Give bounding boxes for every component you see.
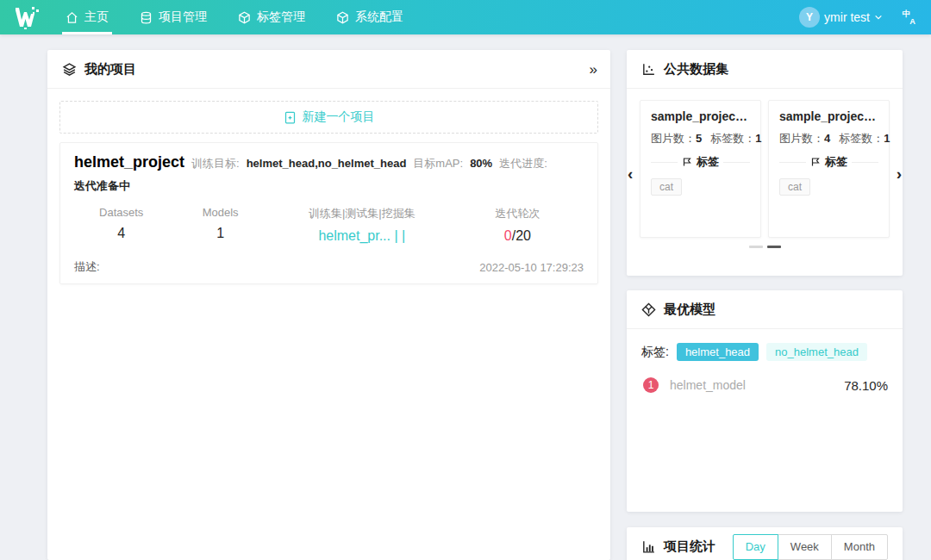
public-datasets-header: 公共数据集 (627, 50, 903, 89)
project-name[interactable]: helmet_project (74, 153, 184, 171)
cube-icon (238, 11, 251, 24)
project-timestamp: 2022-05-10 17:29:23 (479, 261, 584, 274)
carousel-next-icon[interactable]: › (897, 165, 902, 184)
nav-item-label: 项目管理 (159, 9, 207, 25)
my-projects-header: 我的项目 » (47, 50, 610, 89)
bar-chart-icon (641, 539, 656, 554)
layers-icon (62, 62, 77, 77)
project-card-footer: 描述: 2022-05-10 17:29:23 (74, 259, 584, 275)
model-map-value: 78.10% (844, 378, 888, 393)
nav-item-label: 标签管理 (257, 9, 305, 25)
carousel-dot-active[interactable] (767, 246, 781, 248)
public-datasets-body: sample_project_No... 图片数：5 标签数：1 标签 cat … (627, 89, 903, 248)
iteration-total: /20 (512, 228, 531, 243)
stat-value: 0/20 (452, 228, 584, 244)
nav-item-system-config[interactable]: 系统配置 (324, 0, 416, 34)
nav-item-label: 主页 (84, 9, 109, 25)
stat-datasets: Datasets 4 (74, 206, 168, 244)
time-range-selector: Day Week Month (733, 534, 888, 560)
stat-iterations: 迭代轮次 0/20 (452, 206, 584, 244)
iteration-progress-label: 迭代进度: (499, 156, 547, 171)
project-card[interactable]: helmet_project 训练目标: helmet_head,no_helm… (59, 142, 598, 284)
dataset-card[interactable]: sample_project_No... 图片数：4 标签数：1 标签 cat (768, 100, 890, 238)
dot-chart-icon (641, 62, 656, 77)
iteration-progress-value: 迭代准备中 (74, 178, 130, 194)
project-stats-row: Datasets 4 Models 1 训练集|测试集|挖掘集 helmet_p… (74, 206, 584, 244)
carousel-indicator (640, 246, 890, 248)
collapse-panel-button[interactable]: » (590, 62, 596, 77)
target-map-label: 目标mAP: (413, 156, 463, 171)
svg-text:A: A (909, 17, 915, 26)
rank-badge: 1 (643, 377, 659, 393)
carousel-prev-icon[interactable]: ‹ (628, 165, 633, 184)
nav-item-label-management[interactable]: 标签管理 (226, 0, 317, 34)
tag-no-helmet-head[interactable]: no_helmet_head (766, 343, 867, 361)
dataset-card[interactable]: sample_project_No... 图片数：5 标签数：1 标签 cat (640, 100, 761, 238)
top-navbar: 主页 项目管理 标签管理 系统配置 (0, 0, 931, 34)
nav-item-project-management[interactable]: 项目管理 (128, 0, 219, 34)
home-icon (66, 11, 78, 24)
stat-datasets-link: 训练集|测试集|挖掘集 helmet_pr... | | (272, 206, 452, 244)
my-projects-title: 我的项目 (84, 61, 136, 78)
dataset-counts: 图片数：4 标签数：1 (779, 131, 878, 146)
stat-value: 1 (168, 226, 272, 241)
best-models-body: 标签: helmet_head no_helmet_head 1 helmet_… (627, 329, 903, 407)
keyword-count: 标签数：1 (839, 131, 890, 146)
user-menu[interactable]: Y ymir test (799, 7, 883, 28)
stat-label: 训练集|测试集|挖掘集 (272, 206, 452, 221)
iteration-current: 0 (504, 228, 512, 243)
stat-label: 迭代轮次 (452, 206, 584, 221)
image-count: 图片数：4 (779, 131, 830, 146)
tags-divider-label: 标签 (825, 154, 847, 170)
dataset-cards: sample_project_No... 图片数：5 标签数：1 标签 cat … (640, 100, 890, 238)
tag-helmet-head[interactable]: helmet_head (677, 343, 759, 361)
stat-label: Datasets (74, 206, 168, 219)
nav-menu: 主页 项目管理 标签管理 系统配置 (53, 0, 422, 34)
navbar-right: Y ymir test 中 A (799, 7, 931, 28)
carousel-dot[interactable] (749, 246, 763, 248)
stat-label: Models (168, 206, 272, 219)
dataset-counts: 图片数：5 标签数：1 (651, 131, 750, 146)
chevron-down-icon (874, 13, 883, 22)
tags-label: 标签: (641, 345, 669, 360)
page: 主页 项目管理 标签管理 系统配置 (0, 0, 931, 560)
cube-icon (336, 11, 349, 24)
range-button-month[interactable]: Month (831, 534, 888, 560)
flag-icon (810, 157, 821, 167)
ymir-logo[interactable] (0, 5, 53, 29)
nav-item-home[interactable]: 主页 (53, 0, 121, 34)
project-statistics-title: 项目统计 (664, 538, 715, 555)
best-models-header: 最优模型 (627, 290, 903, 329)
user-name: ymir test (824, 10, 870, 24)
avatar: Y (799, 7, 820, 28)
project-statistics-header: 项目统计 Day Week Month (627, 527, 903, 560)
public-datasets-panel: 公共数据集 sample_project_No... 图片数：5 标签数：1 标… (627, 50, 903, 276)
image-count: 图片数：5 (651, 131, 702, 146)
model-cube-icon (641, 302, 656, 317)
tags-divider-label: 标签 (697, 154, 719, 170)
training-set-link[interactable]: helmet_pr... | | (272, 228, 452, 244)
stat-models: Models 1 (168, 206, 272, 244)
my-projects-body: 新建一个项目 helmet_project 训练目标: helmet_head,… (47, 89, 610, 296)
range-button-week[interactable]: Week (778, 534, 832, 560)
my-projects-panel: 我的项目 » 新建一个项目 helmet_project 训练目标: helme… (47, 50, 610, 560)
language-switch-icon[interactable]: 中 A (902, 9, 919, 26)
model-list-item[interactable]: 1 helmet_model 78.10% (641, 377, 888, 393)
new-project-button[interactable]: 新建一个项目 (59, 101, 598, 134)
dataset-name: sample_project_No... (779, 109, 878, 123)
dataset-name: sample_project_No... (651, 109, 750, 123)
tags-divider: 标签 (779, 154, 878, 170)
new-project-label: 新建一个项目 (303, 109, 375, 125)
range-button-day[interactable]: Day (733, 534, 778, 560)
flag-icon (682, 157, 692, 167)
tags-divider: 标签 (651, 154, 750, 170)
database-icon (140, 11, 153, 24)
model-tags-row: 标签: helmet_head no_helmet_head (641, 343, 888, 361)
train-goal-value: helmet_head,no_helmet_head (247, 157, 407, 170)
project-title-row: helmet_project 训练目标: helmet_head,no_helm… (74, 153, 584, 194)
nav-item-label: 系统配置 (355, 9, 403, 25)
description-label: 描述: (74, 259, 100, 275)
target-map-value: 80% (470, 157, 492, 170)
public-datasets-title: 公共数据集 (664, 61, 728, 78)
ymir-logo-icon (12, 5, 41, 29)
